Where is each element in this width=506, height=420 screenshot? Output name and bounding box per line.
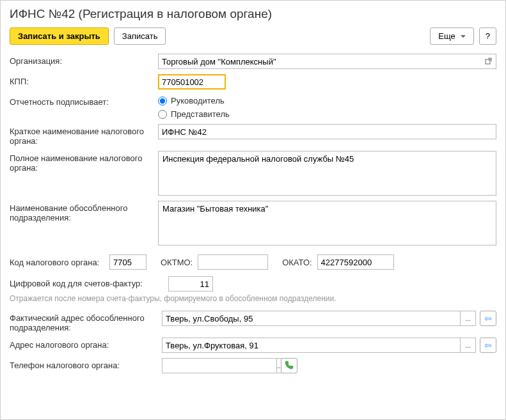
actual-address-copy-button[interactable]: ⇦ xyxy=(480,311,496,326)
save-button[interactable]: Записать xyxy=(114,27,166,45)
signer-label: Отчетность подписывает: xyxy=(10,95,158,107)
tax-address-input[interactable] xyxy=(162,338,461,353)
save-close-button[interactable]: Записать и закрыть xyxy=(10,27,109,45)
more-button[interactable]: Еще xyxy=(430,27,473,45)
full-name-textarea[interactable]: Инспекция федеральной налоговой службы №… xyxy=(158,151,496,196)
oktmo-input[interactable] xyxy=(198,254,268,270)
digital-code-label: Цифровой код для счетов-фактур: xyxy=(10,276,168,288)
radio-rep-input[interactable] xyxy=(158,110,167,119)
tax-code-input[interactable] xyxy=(109,254,146,270)
actual-address-label: Фактический адрес обособленного подразде… xyxy=(10,311,158,332)
arrow-left-icon: ⇦ xyxy=(484,340,492,350)
open-external-icon[interactable] xyxy=(482,54,496,69)
kpp-label: КПП: xyxy=(10,74,158,86)
short-name-label: Краткое наименование налогового органа: xyxy=(10,124,158,146)
short-name-input[interactable] xyxy=(158,124,496,139)
division-name-label: Наименование обособленного подразделения… xyxy=(10,201,158,222)
org-label: Организация: xyxy=(10,54,158,66)
oktmo-label: ОКТМО: xyxy=(161,258,193,267)
radio-head[interactable]: Руководитель xyxy=(158,96,230,105)
radio-rep-label: Представитель xyxy=(171,109,230,119)
phone-label: Телефон налогового органа: xyxy=(10,358,158,370)
full-name-label: Полное наименование налогового органа: xyxy=(10,151,158,173)
tax-address-copy-button[interactable]: ⇦ xyxy=(480,338,496,353)
arrow-left-icon: ⇦ xyxy=(484,313,492,323)
org-input[interactable] xyxy=(158,54,482,69)
toolbar: Записать и закрыть Записать Еще ? xyxy=(10,27,496,45)
digital-code-input[interactable] xyxy=(168,276,213,292)
radio-head-label: Руководитель xyxy=(171,96,225,105)
actual-address-picker-icon[interactable]: ... xyxy=(461,311,476,326)
actual-address-input[interactable] xyxy=(162,311,461,326)
radio-head-input[interactable] xyxy=(158,97,167,105)
help-button[interactable]: ? xyxy=(479,27,496,45)
tax-address-label: Адрес налогового органа: xyxy=(10,338,158,350)
okato-input[interactable] xyxy=(317,254,394,270)
phone-call-button[interactable] xyxy=(281,358,297,373)
okato-label: ОКАТО: xyxy=(282,258,312,267)
phone-icon xyxy=(285,361,294,371)
radio-rep[interactable]: Представитель xyxy=(158,109,230,119)
hint-text: Отражается после номера счета-фактуры, ф… xyxy=(10,294,496,303)
kpp-input[interactable] xyxy=(158,74,226,89)
phone-input[interactable] xyxy=(162,358,277,373)
division-name-textarea[interactable]: Магазин "Бытовая техника" xyxy=(158,201,496,245)
page-title: ИФНС №42 (Регистрация в налоговом органе… xyxy=(10,7,496,21)
tax-code-label: Код налогового органа: xyxy=(10,258,104,267)
tax-address-picker-icon[interactable]: ... xyxy=(461,338,476,353)
